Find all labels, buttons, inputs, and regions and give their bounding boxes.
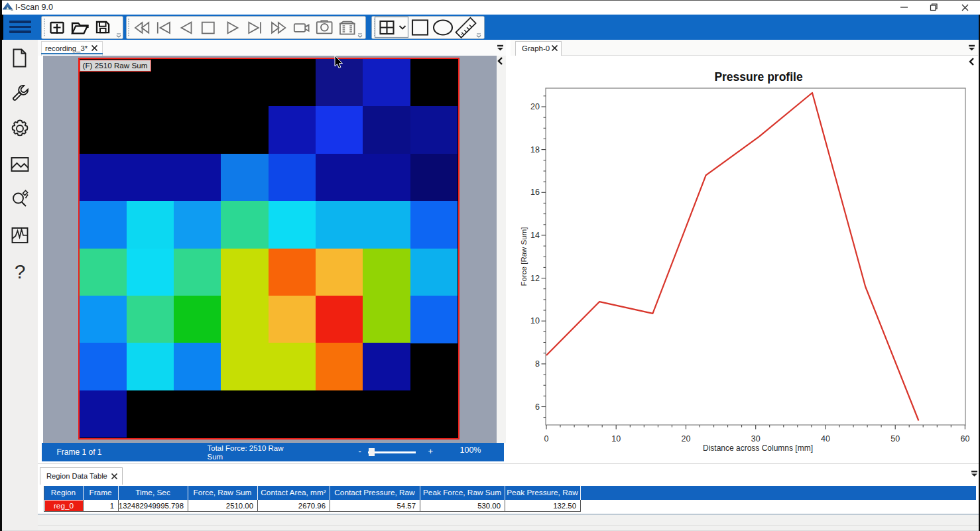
svg-text:10: 10 (611, 434, 621, 443)
svg-text:60: 60 (960, 434, 969, 443)
svg-text:8: 8 (535, 359, 540, 369)
svg-text:18: 18 (530, 145, 540, 154)
svg-text:?: ? (15, 261, 26, 282)
svg-text:14: 14 (530, 231, 540, 240)
svg-text:40: 40 (821, 434, 830, 443)
svg-text:20: 20 (682, 434, 691, 443)
svg-text:50: 50 (890, 434, 900, 443)
svg-text:Pressure profile: Pressure profile (714, 70, 803, 84)
svg-text:Force [Raw Sum]: Force [Raw Sum] (520, 227, 528, 286)
svg-text:0: 0 (544, 434, 549, 443)
svg-text:30: 30 (751, 434, 761, 443)
svg-text:Distance across Columns [mm]: Distance across Columns [mm] (703, 443, 813, 453)
svg-text:20: 20 (530, 102, 540, 111)
svg-text:12: 12 (530, 274, 540, 283)
svg-text:10: 10 (530, 316, 540, 325)
svg-text:16: 16 (530, 188, 540, 197)
svg-text:6: 6 (535, 402, 540, 412)
